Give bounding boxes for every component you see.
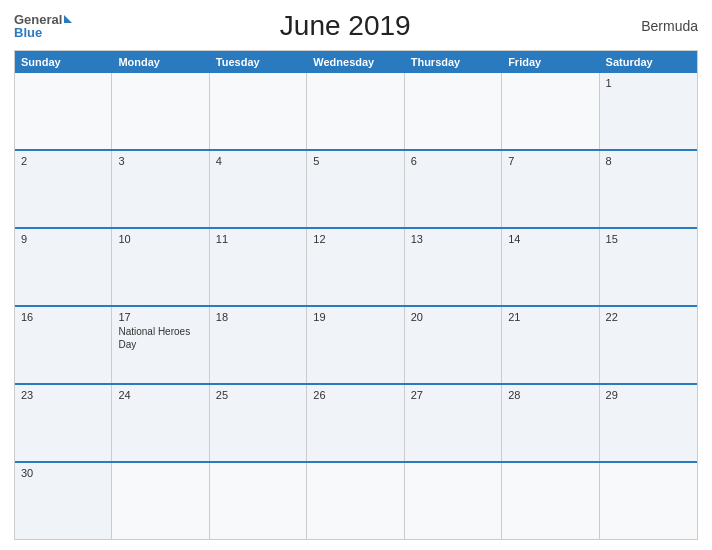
- day-number: 6: [411, 155, 495, 167]
- logo-blue: Blue: [14, 26, 42, 39]
- weeks: 1234567891011121314151617National Heroes…: [15, 73, 697, 539]
- day-cell: 16: [15, 307, 112, 383]
- day-number: 14: [508, 233, 592, 245]
- day-cell: [502, 463, 599, 539]
- day-cell: [600, 463, 697, 539]
- day-number: 11: [216, 233, 300, 245]
- day-cell: 24: [112, 385, 209, 461]
- day-number: 15: [606, 233, 691, 245]
- day-cell: 26: [307, 385, 404, 461]
- day-number: 30: [21, 467, 105, 479]
- day-cell: [405, 463, 502, 539]
- day-cell: 10: [112, 229, 209, 305]
- day-number: 24: [118, 389, 202, 401]
- day-cell: 13: [405, 229, 502, 305]
- week-row-2: 9101112131415: [15, 227, 697, 305]
- day-cell: 28: [502, 385, 599, 461]
- day-headers: SundayMondayTuesdayWednesdayThursdayFrid…: [15, 51, 697, 73]
- day-number: 21: [508, 311, 592, 323]
- day-cell: 14: [502, 229, 599, 305]
- day-number: 22: [606, 311, 691, 323]
- day-cell: 2: [15, 151, 112, 227]
- day-number: 23: [21, 389, 105, 401]
- day-number: 20: [411, 311, 495, 323]
- day-number: 27: [411, 389, 495, 401]
- day-cell: 25: [210, 385, 307, 461]
- day-cell: 9: [15, 229, 112, 305]
- day-cell: 11: [210, 229, 307, 305]
- day-cell: 27: [405, 385, 502, 461]
- header-row: General Blue June 2019 Bermuda: [14, 10, 698, 42]
- day-number: 17: [118, 311, 202, 323]
- day-header-sunday: Sunday: [15, 51, 112, 73]
- day-cell: [112, 73, 209, 149]
- week-row-3: 1617National Heroes Day1819202122: [15, 305, 697, 383]
- day-cell: 19: [307, 307, 404, 383]
- day-cell: 4: [210, 151, 307, 227]
- day-cell: [405, 73, 502, 149]
- day-cell: 29: [600, 385, 697, 461]
- day-number: 4: [216, 155, 300, 167]
- day-cell: [502, 73, 599, 149]
- calendar-title: June 2019: [72, 10, 618, 42]
- week-row-4: 23242526272829: [15, 383, 697, 461]
- day-number: 10: [118, 233, 202, 245]
- day-number: 5: [313, 155, 397, 167]
- day-number: 25: [216, 389, 300, 401]
- logo-triangle-icon: [64, 15, 72, 23]
- day-number: 28: [508, 389, 592, 401]
- day-header-saturday: Saturday: [600, 51, 697, 73]
- day-cell: 15: [600, 229, 697, 305]
- day-number: 7: [508, 155, 592, 167]
- day-cell: 8: [600, 151, 697, 227]
- day-cell: [210, 73, 307, 149]
- day-cell: 17National Heroes Day: [112, 307, 209, 383]
- day-cell: 7: [502, 151, 599, 227]
- day-number: 2: [21, 155, 105, 167]
- day-number: 13: [411, 233, 495, 245]
- day-cell: 1: [600, 73, 697, 149]
- calendar-grid: SundayMondayTuesdayWednesdayThursdayFrid…: [14, 50, 698, 540]
- holiday-label: National Heroes Day: [118, 325, 202, 351]
- day-cell: 5: [307, 151, 404, 227]
- day-cell: [15, 73, 112, 149]
- day-header-friday: Friday: [502, 51, 599, 73]
- day-cell: [210, 463, 307, 539]
- day-number: 29: [606, 389, 691, 401]
- day-number: 8: [606, 155, 691, 167]
- day-cell: 18: [210, 307, 307, 383]
- week-row-5: 30: [15, 461, 697, 539]
- week-row-0: 1: [15, 73, 697, 149]
- logo: General Blue: [14, 13, 72, 39]
- logo-icon: General Blue: [14, 13, 72, 39]
- day-number: 19: [313, 311, 397, 323]
- day-number: 26: [313, 389, 397, 401]
- day-cell: 3: [112, 151, 209, 227]
- day-header-tuesday: Tuesday: [210, 51, 307, 73]
- day-number: 16: [21, 311, 105, 323]
- day-header-monday: Monday: [112, 51, 209, 73]
- day-number: 3: [118, 155, 202, 167]
- day-cell: 20: [405, 307, 502, 383]
- day-number: 12: [313, 233, 397, 245]
- day-cell: [307, 73, 404, 149]
- day-cell: 6: [405, 151, 502, 227]
- day-header-thursday: Thursday: [405, 51, 502, 73]
- week-row-1: 2345678: [15, 149, 697, 227]
- day-cell: 30: [15, 463, 112, 539]
- region-label: Bermuda: [618, 18, 698, 34]
- calendar-wrapper: General Blue June 2019 Bermuda SundayMon…: [0, 0, 712, 550]
- day-cell: 12: [307, 229, 404, 305]
- day-cell: [112, 463, 209, 539]
- day-number: 1: [606, 77, 691, 89]
- day-number: 9: [21, 233, 105, 245]
- day-cell: 22: [600, 307, 697, 383]
- day-cell: [307, 463, 404, 539]
- day-header-wednesday: Wednesday: [307, 51, 404, 73]
- day-cell: 23: [15, 385, 112, 461]
- day-cell: 21: [502, 307, 599, 383]
- day-number: 18: [216, 311, 300, 323]
